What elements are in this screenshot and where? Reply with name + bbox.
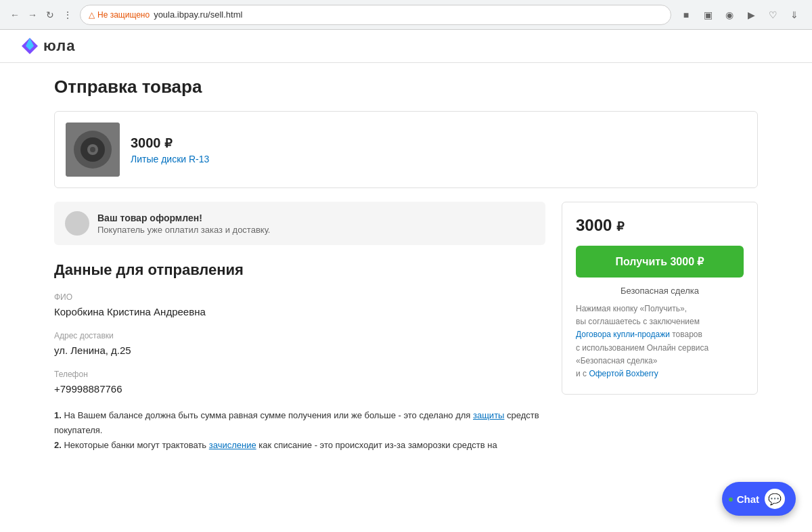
field-phone-label: Телефон — [54, 370, 545, 379]
field-fio: ФИО Коробкина Кристина Андреевна — [54, 292, 545, 317]
agreement-text-2: вы соглашаетесь с заключением — [576, 317, 700, 326]
safe-deal-label: Безопасная сделка — [576, 286, 744, 296]
currency-symbol: ₽ — [164, 137, 172, 150]
download-icon[interactable]: ⇓ — [785, 5, 804, 24]
note-1: 1. На Вашем балансе должна быть сумма ра… — [54, 408, 545, 438]
note-2: 2. Некоторые банки могут трактовать зачи… — [54, 438, 545, 453]
right-currency: ₽ — [616, 220, 624, 234]
agreement-text-4: с использованием Онлайн сервиса — [576, 343, 708, 353]
url-text: youla.ibpay.ru/sell.html — [154, 9, 662, 20]
note-2-link[interactable]: зачисление — [209, 440, 256, 450]
left-column: Ваш товар оформлен! Покупатель уже оплат… — [54, 202, 545, 453]
field-address-value: ул. Ленина, д.25 — [54, 345, 545, 356]
field-address-label: Адрес доставки — [54, 331, 545, 340]
browser-actions: ■ ▣ ◉ ▶ ♡ ⇓ — [677, 5, 804, 24]
note-1-link[interactable]: защиты — [473, 410, 504, 420]
logo[interactable]: юла — [20, 37, 75, 56]
agreement-text-3: товаров — [672, 330, 702, 339]
agreement-text-5: «Безопасная сделка» — [576, 356, 657, 365]
forward-button[interactable]: → — [26, 8, 39, 22]
field-address: Адрес доставки ул. Ленина, д.25 — [54, 331, 545, 356]
nav-buttons: ← → ↻ ⋮ — [8, 8, 74, 22]
status-sub: Покупатель уже оплатил заказ и доставку. — [97, 225, 270, 235]
product-info: 3000 ₽ Литые диски R-13 — [131, 135, 209, 164]
product-name[interactable]: Литые диски R-13 — [131, 154, 209, 164]
agreement-text-1: Нажимая кнопку «Получить», — [576, 304, 687, 313]
settings-icon[interactable]: ◉ — [720, 5, 739, 24]
note-2-text-after: как списание - это происходит из-за замо… — [258, 440, 497, 450]
page-header: юла — [0, 30, 812, 63]
right-price: 3000 ₽ — [576, 216, 744, 235]
logo-text: юла — [43, 37, 75, 55]
camera-icon[interactable]: ▣ — [698, 5, 717, 24]
status-avatar — [65, 211, 89, 236]
apps-button[interactable]: ⋮ — [61, 8, 74, 22]
cast-icon[interactable]: ▶ — [742, 5, 761, 24]
security-warning: △ Не защищено — [89, 10, 150, 20]
right-panel: 3000 ₽ Получить 3000 ₽ Безопасная сделка… — [562, 202, 758, 395]
warning-icon: △ — [89, 10, 95, 20]
product-image — [66, 123, 120, 177]
reload-button[interactable]: ↻ — [43, 8, 57, 22]
product-card: 3000 ₽ Литые диски R-13 — [54, 111, 758, 188]
boxberry-link[interactable]: Офертой Boxberry — [589, 369, 658, 378]
bookmark-icon[interactable]: ♡ — [763, 5, 782, 24]
field-fio-value: Коробкина Кристина Андреевна — [54, 306, 545, 317]
note-1-number: 1. — [54, 410, 62, 420]
page-title: Отправка товара — [54, 76, 758, 97]
note-2-number: 2. — [54, 440, 62, 450]
status-banner: Ваш товар оформлен! Покупатель уже оплат… — [54, 202, 545, 245]
field-phone-value: +79998887766 — [54, 383, 545, 395]
receive-button[interactable]: Получить 3000 ₽ — [576, 246, 744, 278]
content-layout: Ваш товар оформлен! Покупатель уже оплат… — [54, 202, 758, 453]
safe-deal-desc: Нажимая кнопку «Получить», вы соглашаете… — [576, 303, 744, 380]
agreement-text-6: и с — [576, 369, 589, 378]
extensions-icon[interactable]: ■ — [677, 5, 696, 24]
contract-link[interactable]: Договора купли-продажи — [576, 330, 670, 339]
field-fio-label: ФИО — [54, 292, 545, 302]
main-content: Отправка товара 3000 ₽ Литые диски R-13 — [34, 63, 778, 466]
back-button[interactable]: ← — [8, 8, 22, 22]
address-bar[interactable]: △ Не защищено youla.ibpay.ru/sell.html — [80, 5, 671, 25]
note-2-text: Некоторые банки могут трактовать — [64, 440, 208, 450]
svg-point-6 — [90, 147, 95, 152]
status-text: Ваш товар оформлен! Покупатель уже оплат… — [97, 213, 270, 235]
note-1-text: На Вашем балансе должна быть сумма равна… — [64, 410, 473, 420]
notes-section: 1. На Вашем балансе должна быть сумма ра… — [54, 408, 545, 453]
status-main: Ваш товар оформлен! — [97, 213, 270, 223]
field-phone: Телефон +79998887766 — [54, 370, 545, 395]
browser-chrome: ← → ↻ ⋮ △ Не защищено youla.ibpay.ru/sel… — [0, 0, 812, 30]
logo-icon — [20, 37, 39, 56]
shipping-title: Данные для отправления — [54, 261, 545, 279]
product-price: 3000 ₽ — [131, 135, 209, 151]
